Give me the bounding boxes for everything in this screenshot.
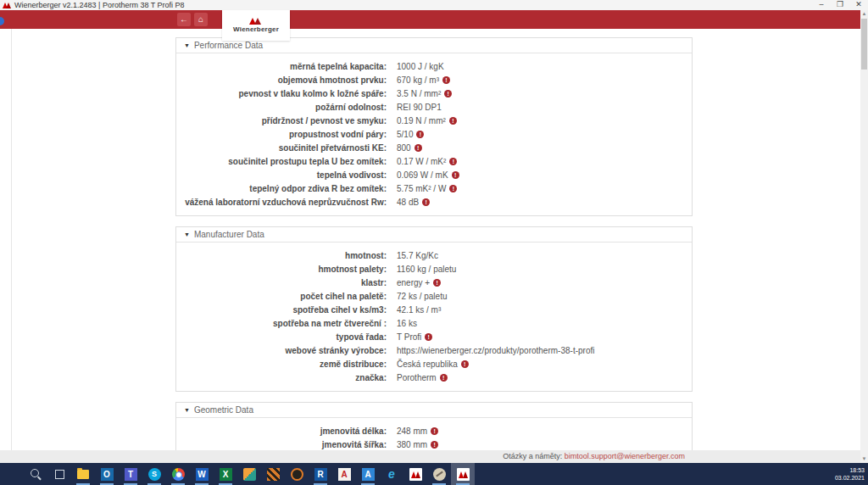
taskbar-autodesk-app[interactable]: A	[356, 463, 380, 485]
row-label: značka:	[176, 373, 387, 382]
taskbar-clock[interactable]: 18:53 03.02.2021	[835, 463, 868, 485]
row-value: 670 kg / m³	[397, 75, 439, 85]
info-icon[interactable]: !	[433, 279, 441, 287]
row-label: pevnost v tlaku kolmo k ložné spáře:	[176, 89, 387, 98]
taskbar-search[interactable]	[24, 463, 47, 485]
app-logo-icon	[3, 2, 11, 8]
app-header: ← ⌂	[0, 10, 860, 29]
taskbar: OTSWXRAAe 18:53 03.02.2021	[0, 463, 868, 485]
row-label: požární odolnost:	[176, 103, 387, 112]
data-row: propustnost vodní páry:5/10!	[176, 127, 692, 141]
paint-icon	[433, 468, 446, 481]
taskbar-teams[interactable]: T	[119, 463, 142, 485]
taskbar-wienerberger[interactable]	[451, 463, 475, 485]
taskbar-chrome[interactable]	[166, 463, 190, 485]
taskbar-striped-app[interactable]	[261, 463, 285, 485]
taskbar-internet-explorer[interactable]: e	[380, 463, 403, 485]
info-icon[interactable]: !	[431, 441, 438, 449]
chevron-down-icon: ▼	[184, 42, 190, 48]
maximize-button[interactable]: ❐	[831, 0, 849, 10]
scroll-up-icon[interactable]: ▲	[860, 10, 868, 18]
taskbar-excel[interactable]: X	[214, 463, 237, 485]
section-body: hmotnost:15.7 Kg/Kchmotnost palety:1160 …	[176, 242, 692, 391]
taskbar-skype[interactable]: S	[142, 463, 166, 485]
row-value: 380 mm	[397, 440, 427, 449]
data-row: spotřeba na metr čtvereční :16 ks	[176, 316, 692, 330]
row-label: hmotnost:	[176, 251, 387, 260]
close-button[interactable]: ✕	[849, 0, 868, 10]
left-panel-edge	[11, 29, 12, 450]
brand-name: Wienerberger	[233, 25, 279, 33]
row-value: 72 ks / paletu	[397, 292, 447, 301]
support-email-link[interactable]: bimtool.support@wienerberger.com	[565, 452, 685, 460]
row-label: země distribuce:	[176, 360, 387, 369]
taskbar-revit[interactable]: R	[309, 463, 332, 485]
info-icon[interactable]: !	[440, 374, 448, 382]
row-value: 248 mm	[397, 426, 427, 436]
info-icon[interactable]: !	[449, 158, 457, 165]
taskbar-task-view[interactable]	[47, 463, 71, 485]
taskbar-wienerberger[interactable]	[403, 463, 427, 485]
row-label: tepelný odpor zdiva R bez omítek:	[176, 184, 387, 193]
info-icon[interactable]: !	[431, 427, 438, 435]
scroll-down-icon[interactable]: ▼	[860, 455, 868, 463]
row-label: objemová hmotnost prvku:	[176, 75, 387, 85]
info-icon[interactable]: !	[452, 171, 459, 179]
row-value: 48 dB	[397, 198, 419, 207]
data-row: spotřeba cihel v ks/m3:42.1 ks / m³	[176, 303, 692, 316]
info-icon[interactable]: !	[422, 198, 430, 206]
section-performance-data: ▼Performance Dataměrná tepelná kapacita:…	[175, 37, 693, 216]
section-header[interactable]: ▼Geometric Data	[176, 403, 692, 418]
row-label: tepelná vodivost:	[176, 170, 387, 180]
info-icon[interactable]: !	[461, 360, 469, 368]
info-icon[interactable]: !	[449, 117, 457, 125]
data-row: jmenovitá délka:248 mm!	[176, 424, 692, 438]
taskbar-photos[interactable]	[237, 463, 261, 485]
data-row: přídržnost / pevnost ve smyku:0.19 N / m…	[176, 114, 692, 127]
row-value: 5/10	[397, 130, 413, 139]
taskbar-autocad[interactable]: A	[332, 463, 356, 485]
data-row: tepelná vodivost:0.069 W / mK!	[176, 168, 692, 181]
scroll-thumb[interactable]	[861, 19, 867, 70]
row-value: 16 ks	[397, 319, 417, 328]
data-row: webové stránky výrobce:https://wienerber…	[176, 343, 692, 357]
info-icon[interactable]: !	[442, 76, 450, 84]
wienerberger-peaks-icon	[249, 18, 263, 25]
row-label: počet cihel na paletě:	[176, 292, 387, 301]
data-row: klastr:energy +!	[176, 276, 692, 289]
start-icon	[6, 468, 19, 481]
info-icon[interactable]: !	[425, 333, 432, 341]
section-title: Manufacturer Data	[194, 230, 264, 239]
word-icon: W	[196, 468, 209, 481]
data-row: součinitel prostupu tepla U bez omítek:0…	[176, 154, 692, 168]
info-icon[interactable]: !	[415, 144, 422, 152]
taskbar-outlook[interactable]: O	[95, 463, 119, 485]
row-label: přídržnost / pevnost ve smyku:	[176, 116, 387, 125]
info-icon[interactable]: !	[449, 185, 457, 192]
back-button[interactable]: ←	[177, 13, 191, 26]
row-label: jmenovitá délka:	[176, 426, 387, 436]
clock-time: 18:53	[835, 466, 865, 474]
data-row: hmotnost palety:1160 kg / paletu	[176, 262, 692, 276]
data-row: tepelný odpor zdiva R bez omítek:5.75 mK…	[176, 181, 692, 195]
wienerberger-icon	[409, 468, 422, 481]
scrollbar[interactable]: ▲ ▼	[860, 10, 868, 463]
info-icon[interactable]: !	[416, 131, 424, 138]
row-label: typová řada:	[176, 332, 387, 342]
taskbar-word[interactable]: W	[190, 463, 214, 485]
data-row: hmotnost:15.7 Kg/Kc	[176, 248, 692, 262]
striped-app-icon	[267, 468, 280, 481]
section-header[interactable]: ▼Manufacturer Data	[176, 227, 692, 242]
search-icon	[30, 468, 42, 481]
window-titlebar: Wienerberger v2.1.2483 | Porotherm 38 T …	[0, 0, 868, 10]
taskbar-start[interactable]	[0, 463, 24, 485]
row-label: měrná tepelná kapacita:	[176, 62, 387, 71]
wienerberger-icon	[457, 468, 470, 481]
info-icon[interactable]: !	[444, 90, 452, 98]
home-button[interactable]: ⌂	[194, 13, 208, 26]
taskbar-file-explorer[interactable]	[71, 463, 95, 485]
row-value: 800	[397, 143, 411, 153]
taskbar-dark-disc-app[interactable]	[285, 463, 309, 485]
taskbar-paint[interactable]	[427, 463, 451, 485]
minimize-button[interactable]: –	[812, 0, 831, 10]
